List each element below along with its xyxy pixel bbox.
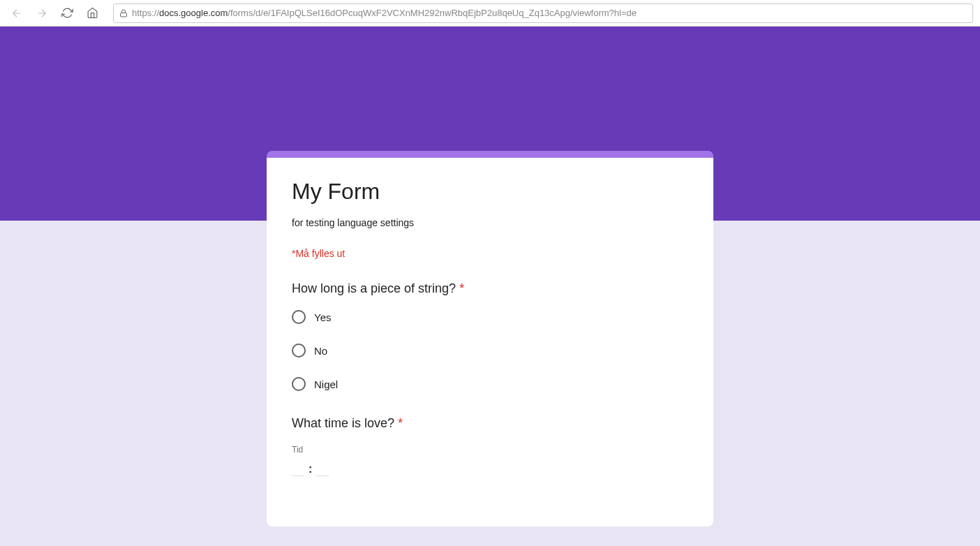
- required-star: *: [459, 281, 464, 295]
- time-hour-input[interactable]: [292, 462, 304, 476]
- back-button[interactable]: [7, 3, 27, 23]
- address-bar[interactable]: https://docs.google.com/forms/d/e/1FAIpQ…: [113, 3, 973, 23]
- time-minute-input[interactable]: [316, 462, 329, 476]
- radio-label: Yes: [314, 311, 331, 323]
- forward-button[interactable]: [32, 3, 52, 23]
- radio-label: Nigel: [314, 378, 338, 390]
- radio-option-nigel[interactable]: Nigel: [292, 377, 688, 391]
- radio-icon: [292, 310, 306, 324]
- form-description: for testing language settings: [292, 217, 688, 228]
- time-colon: :: [309, 463, 312, 475]
- refresh-button[interactable]: [57, 3, 77, 23]
- question-title: What time is love? *: [292, 416, 688, 431]
- radio-option-yes[interactable]: Yes: [292, 310, 688, 324]
- url-text: https://docs.google.com/forms/d/e/1FAIpQ…: [132, 8, 637, 18]
- lock-icon: [119, 9, 128, 17]
- required-note: *Må fylles ut: [292, 248, 688, 259]
- form-title: My Form: [292, 179, 688, 205]
- radio-icon: [292, 344, 306, 357]
- time-inputs: :: [292, 462, 688, 476]
- browser-toolbar: https://docs.google.com/forms/d/e/1FAIpQ…: [0, 0, 980, 27]
- radio-option-no[interactable]: No: [292, 344, 688, 357]
- page-container: My Form for testing language settings *M…: [0, 27, 980, 546]
- radio-label: No: [314, 345, 327, 357]
- form-card: My Form for testing language settings *M…: [267, 151, 713, 526]
- form-wrapper: My Form for testing language settings *M…: [267, 151, 713, 526]
- question-block: What time is love? * Tid :: [292, 416, 688, 476]
- required-star: *: [398, 416, 403, 430]
- question-title: How long is a piece of string? *: [292, 281, 688, 296]
- svg-rect-0: [121, 13, 127, 17]
- radio-icon: [292, 377, 306, 391]
- question-block: How long is a piece of string? * Yes No …: [292, 281, 688, 391]
- home-button[interactable]: [82, 3, 102, 23]
- time-label: Tid: [292, 445, 688, 455]
